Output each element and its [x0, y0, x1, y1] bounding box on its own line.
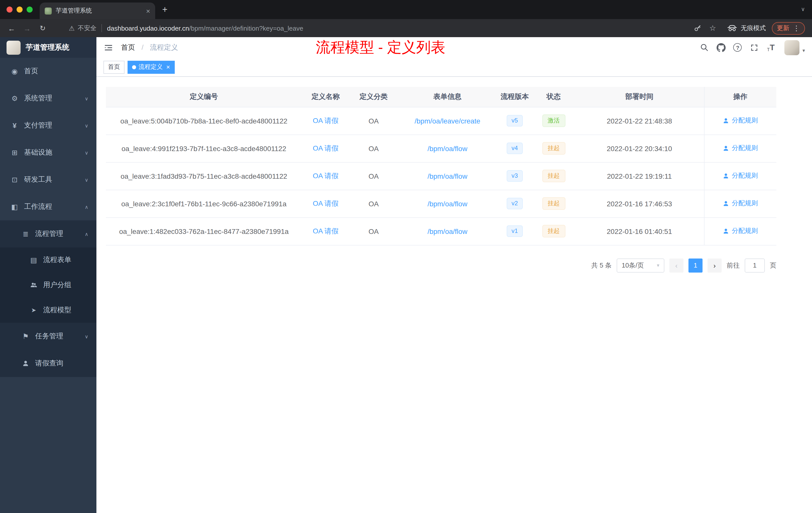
assign-rule-label: 分配规则	[732, 199, 758, 208]
refresh-button[interactable]: ↻	[36, 22, 49, 35]
sidebar-item-infrastructure[interactable]: 基础设施	[0, 139, 96, 166]
sidebar-collapse-icon[interactable]	[104, 43, 113, 52]
tab-search-chevron-icon[interactable]: ∨	[801, 6, 805, 12]
definition-name-link[interactable]: OA 请假	[313, 144, 339, 152]
workflow-icon	[9, 203, 20, 211]
assign-rule-label: 分配规则	[732, 172, 758, 180]
assign-rule-link[interactable]: 分配规则	[723, 199, 758, 208]
sidebar-logo[interactable]: 芋道管理系统	[0, 37, 96, 58]
sidebar-item-process-management[interactable]: 流程管理	[0, 220, 96, 247]
sidebar-item-payment-management[interactable]: 支付管理	[0, 112, 96, 139]
definition-name-link[interactable]: OA 请假	[313, 172, 339, 179]
prev-page-button[interactable]: ‹	[669, 258, 684, 272]
form-link[interactable]: /bpm/oa/leave/create	[414, 117, 480, 125]
close-icon[interactable]	[166, 64, 170, 70]
chevron-down-icon	[85, 96, 88, 101]
update-button[interactable]: 更新 ⋮	[772, 22, 805, 34]
url-field[interactable]: dashboard.yudao.iocoder.cn/bpm/manager/d…	[107, 24, 689, 32]
form-link[interactable]: /bpm/oa/flow	[428, 227, 467, 235]
dashboard-icon	[9, 67, 20, 75]
user-icon	[723, 117, 729, 124]
definition-name-link[interactable]: OA 请假	[313, 199, 339, 207]
goto-page-input[interactable]	[745, 258, 765, 272]
dev-tools-icon	[9, 176, 20, 184]
form-link[interactable]: /bpm/oa/flow	[428, 200, 467, 208]
sidebar-item-user-group[interactable]: 用户分组	[0, 273, 96, 298]
avatar[interactable]	[784, 40, 800, 55]
content-area: 首页 / 流程定义 流程模型 - 定义列表	[96, 37, 812, 513]
next-page-button[interactable]: ›	[707, 258, 722, 272]
assign-rule-link[interactable]: 分配规则	[723, 172, 758, 180]
sidebar-item-label: 任务管理	[35, 332, 81, 341]
close-window-button[interactable]	[6, 6, 12, 12]
fullscreen-icon[interactable]	[748, 41, 761, 54]
sidebar-item-dev-tools[interactable]: 研发工具	[0, 166, 96, 193]
definition-name-link[interactable]: OA 请假	[313, 116, 339, 124]
url-path: /bpm/manager/definition?key=oa_leave	[189, 24, 303, 32]
assign-rule-link[interactable]: 分配规则	[723, 227, 758, 236]
assign-rule-link[interactable]: 分配规则	[723, 144, 758, 153]
update-label: 更新	[777, 24, 789, 32]
status-badge: 挂起	[542, 198, 565, 210]
column-header: 定义编号	[106, 87, 302, 107]
user-group-icon	[28, 281, 39, 289]
divider	[102, 24, 102, 32]
form-link[interactable]: /bpm/oa/flow	[428, 144, 467, 152]
sidebar-item-system-management[interactable]: 系统管理	[0, 85, 96, 112]
definition-id-cell: oa_leave:3:1fad3d93-7b75-11ec-a3c8-acde4…	[106, 162, 302, 190]
zoom-window-button[interactable]	[27, 6, 33, 12]
tag-home[interactable]: 首页	[104, 60, 124, 73]
chevron-up-icon	[85, 231, 88, 237]
font-size-icon[interactable]	[764, 41, 777, 54]
sidebar-item-workflow[interactable]: 工作流程	[0, 193, 96, 220]
user-icon	[723, 228, 729, 234]
search-icon[interactable]	[698, 41, 711, 54]
header-actions	[695, 40, 812, 55]
form-icon	[28, 256, 39, 264]
category-cell: OA	[349, 134, 398, 162]
forward-button[interactable]: →	[21, 22, 34, 35]
sidebar-item-process-form[interactable]: 流程表单	[0, 247, 96, 273]
definition-id-cell: oa_leave:4:991f2193-7b7f-11ec-a3c8-acde4…	[106, 134, 302, 162]
sidebar-item-leave-query[interactable]: 请假查询	[0, 350, 96, 377]
definition-name-link[interactable]: OA 请假	[313, 227, 339, 235]
tag-process-definition[interactable]: 流程定义	[127, 60, 174, 73]
breadcrumb-home-link[interactable]: 首页	[121, 43, 135, 51]
help-icon[interactable]	[731, 41, 744, 54]
browser-tab[interactable]: 芋道管理系统 ×	[40, 2, 155, 19]
sidebar-item-process-model[interactable]: 流程模型	[0, 298, 96, 323]
page-unit-label: 页	[770, 261, 776, 270]
security-chip[interactable]: ⚠ 不安全	[69, 24, 96, 32]
back-button[interactable]: ←	[5, 22, 18, 35]
chevron-down-icon[interactable]	[803, 48, 805, 55]
sidebar-item-task-management[interactable]: 任务管理	[0, 323, 96, 350]
github-icon[interactable]	[715, 41, 728, 54]
form-link[interactable]: /bpm/oa/flow	[428, 172, 467, 180]
page-1-button[interactable]: 1	[689, 258, 702, 272]
sidebar-item-label: 流程管理	[35, 230, 81, 238]
browser-menu-icon[interactable]: ⋮	[793, 24, 800, 32]
table-header-row: 定义编号 定义名称 定义分类 表单信息 流程版本 状态 部署时间 操作	[106, 87, 776, 107]
sidebar-item-label: 请假查询	[35, 359, 88, 368]
column-header: 定义名称	[302, 87, 349, 107]
security-label: 不安全	[78, 24, 96, 32]
sidebar-item-label: 系统管理	[24, 94, 81, 103]
tab-close-icon[interactable]: ×	[146, 7, 150, 14]
version-badge: v1	[506, 225, 523, 237]
new-tab-button[interactable]: +	[162, 5, 168, 14]
gear-icon	[9, 94, 20, 102]
traffic-lights	[0, 6, 40, 12]
version-badge: v5	[506, 115, 523, 126]
table-row: oa_leave:3:1fad3d93-7b75-11ec-a3c8-acde4…	[106, 162, 776, 190]
column-header: 定义分类	[349, 87, 398, 107]
assign-rule-label: 分配规则	[732, 116, 758, 125]
chevron-down-icon	[85, 150, 88, 155]
category-cell: OA	[349, 162, 398, 190]
sidebar-item-home[interactable]: 首页	[0, 58, 96, 85]
bookmark-star-icon[interactable]: ☆	[709, 24, 716, 33]
assign-rule-link[interactable]: 分配规则	[723, 116, 758, 125]
minimize-window-button[interactable]	[17, 6, 23, 12]
password-key-icon[interactable]	[693, 24, 701, 32]
incognito-label: 无痕模式	[741, 24, 766, 32]
page-size-select[interactable]: 10条/页	[617, 258, 664, 272]
